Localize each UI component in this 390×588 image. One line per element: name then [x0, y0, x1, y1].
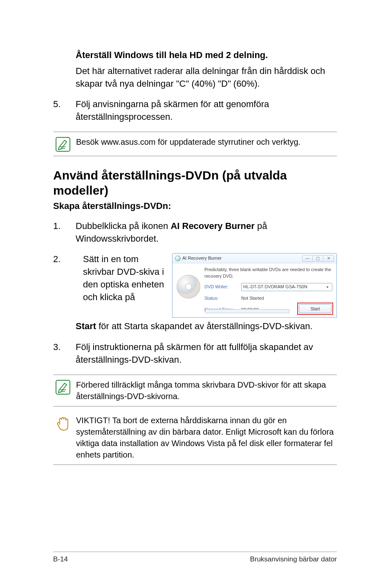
- pencil-note-icon: [53, 379, 73, 395]
- step-2-continuation: Start för att Starta skapandet av återst…: [76, 320, 337, 333]
- chevron-down-icon: ▼: [325, 285, 330, 290]
- writer-select[interactable]: HL-DT-ST DVDRAM GSA-T50N ▼: [241, 283, 332, 291]
- step-1-pre: Dubbelklicka på ikonen: [76, 221, 170, 231]
- page-number: B-14: [53, 555, 68, 563]
- step-1-text: Dubbelklicka på ikonen AI Recovery Burne…: [76, 220, 337, 245]
- progress-bar: [205, 309, 289, 313]
- titlebar-left: AI Recovery Burner: [175, 255, 222, 261]
- note-visit-asus-text: Besök www.asus.com för uppdaterade styrr…: [73, 136, 337, 148]
- step-1-number: 1.: [53, 220, 76, 245]
- close-button[interactable]: ✕: [323, 255, 334, 262]
- status-value: Not Started: [241, 295, 332, 301]
- maximize-button[interactable]: ▢: [313, 255, 323, 262]
- section-title: Använd återställnings-DVDn (på utvalda m…: [53, 168, 337, 198]
- window-title: AI Recovery Burner: [182, 255, 222, 261]
- hand-warning-icon: [53, 415, 73, 432]
- step-5: 5. Följ anvisningarna på skärmen för att…: [53, 98, 337, 123]
- step-3-number: 3.: [53, 341, 76, 366]
- disc-icon: [177, 275, 200, 298]
- writer-row: DVD Writer: HL-DT-ST DVDRAM GSA-T50N ▼: [204, 283, 332, 291]
- step-1: 1. Dubbelklicka på ikonen AI Recovery Bu…: [53, 220, 337, 245]
- footer-title: Bruksanvisning bärbar dator: [250, 555, 337, 563]
- page-footer: B-14 Bruksanvisning bärbar dator: [53, 552, 337, 563]
- minimize-button[interactable]: —: [302, 255, 313, 262]
- writer-value: HL-DT-ST DVDRAM GSA-T50N: [243, 284, 307, 290]
- restore-2-partition-heading: Återställ Windows till hela HD med 2 del…: [76, 49, 337, 62]
- step-5-number: 5.: [53, 98, 76, 123]
- section-subtitle: Skapa återställnings-DVDn:: [53, 200, 337, 213]
- start-button-label: Start: [310, 306, 320, 312]
- app-icon: [175, 256, 181, 261]
- writer-label: DVD Writer:: [204, 284, 241, 290]
- svg-rect-1: [56, 380, 70, 394]
- step-3: 3. Följ instruktionerna på skärmen för a…: [53, 341, 337, 366]
- svg-rect-0: [56, 137, 70, 151]
- note-prepare-dvds: Förbered tillräckligt många tomma skrivb…: [53, 375, 337, 406]
- start-button-highlight: Start: [297, 303, 333, 315]
- step-1-bold: AI Recovery Burner: [170, 221, 254, 231]
- step-2-number: 2.: [53, 253, 76, 318]
- status-label: Status:: [204, 295, 241, 301]
- status-row: Status: Not Started: [204, 295, 332, 302]
- pencil-note-icon: [53, 136, 73, 152]
- window-controls: — ▢ ✕: [302, 255, 334, 262]
- note-prepare-dvds-text: Förbered tillräckligt många tomma skrivb…: [73, 379, 337, 402]
- start-button[interactable]: Start: [299, 304, 332, 313]
- window-titlebar: AI Recovery Burner — ▢ ✕: [173, 254, 336, 263]
- note-important-text: VIKTIGT! Ta bort de externa hårddiskarna…: [73, 415, 337, 460]
- step-2: 2. Sätt in en tom skrivbar DVD-skiva i d…: [53, 253, 337, 318]
- note-important-external-drives: VIKTIGT! Ta bort de externa hårddiskarna…: [53, 411, 337, 465]
- step-2-cont-bold: Start: [76, 321, 96, 331]
- page-content: Återställ Windows till hela HD med 2 del…: [53, 49, 337, 465]
- prediction-line: Predictably, three blank writable DVDs a…: [204, 267, 332, 279]
- note-visit-asus: Besök www.asus.com för uppdaterade styrr…: [53, 132, 337, 156]
- step-2-text: Sätt in en tom skrivbar DVD-skiva i den …: [83, 253, 165, 318]
- ai-recovery-burner-window: AI Recovery Burner — ▢ ✕ Predictably, th…: [172, 253, 337, 318]
- step-5-text: Följ anvisningarna på skärmen för att ge…: [76, 98, 337, 123]
- step-3-text: Följ instruktionerna på skärmen för att …: [76, 341, 337, 366]
- top-block: Återställ Windows till hela HD med 2 del…: [76, 49, 337, 90]
- step-2-cont-rest: för att Starta skapandet av återställnin…: [96, 321, 312, 331]
- restore-2-partition-text: Det här alternativet raderar alla delnin…: [76, 65, 337, 90]
